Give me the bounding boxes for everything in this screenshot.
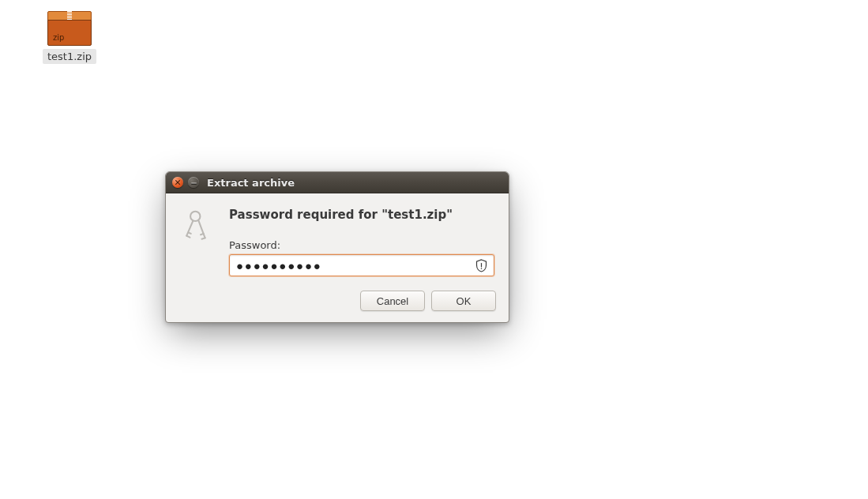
dialog-title: Extract archive xyxy=(207,178,295,188)
dialog-body: Password required for "test1.zip" Passwo… xyxy=(166,193,509,287)
password-input[interactable] xyxy=(229,254,494,276)
dialog-titlebar[interactable]: Extract archive xyxy=(166,172,509,193)
svg-point-2 xyxy=(190,212,200,221)
desktop-file-label: test1.zip xyxy=(43,49,96,64)
zip-badge-text: zip xyxy=(53,33,64,42)
cancel-button[interactable]: Cancel xyxy=(360,291,425,311)
dialog-form: Password required for "test1.zip" Passwo… xyxy=(229,206,494,276)
extract-archive-dialog: Extract archive xyxy=(165,171,509,323)
window-close-button[interactable] xyxy=(172,177,183,188)
ok-button[interactable]: OK xyxy=(431,291,496,311)
password-input-wrap xyxy=(229,254,494,276)
desktop-file-test1-zip[interactable]: zip test1.zip xyxy=(38,11,101,64)
window-minimize-button[interactable] xyxy=(188,177,199,188)
keys-icon xyxy=(177,206,218,276)
password-field-label: Password: xyxy=(229,239,494,251)
zip-archive-icon: zip xyxy=(47,11,92,46)
dialog-button-row: Cancel OK xyxy=(166,287,509,322)
dialog-heading: Password required for "test1.zip" xyxy=(229,208,494,222)
desktop-area: zip test1.zip Extract archive xyxy=(0,0,868,499)
